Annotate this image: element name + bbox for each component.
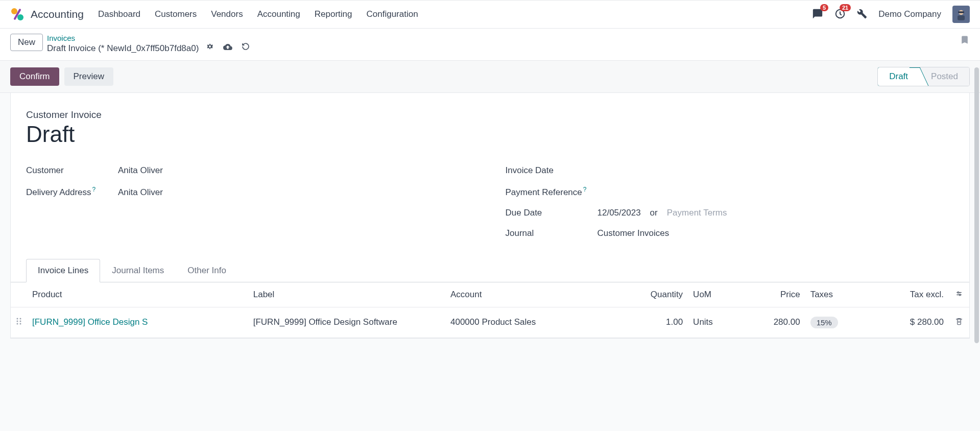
- col-taxes[interactable]: Taxes: [805, 282, 872, 307]
- customer-value[interactable]: Anita Oliver: [118, 165, 163, 176]
- company-name[interactable]: Demo Company: [878, 9, 941, 19]
- user-avatar[interactable]: [952, 6, 970, 23]
- tab-other-info[interactable]: Other Info: [176, 259, 238, 282]
- activities-icon[interactable]: 21: [834, 8, 846, 21]
- nav-customers[interactable]: Customers: [155, 9, 197, 19]
- svg-point-0: [11, 8, 17, 14]
- delivery-value[interactable]: Anita Oliver: [118, 187, 163, 198]
- app-logo[interactable]: [10, 7, 25, 21]
- nav-reporting[interactable]: Reporting: [315, 9, 352, 19]
- scrollbar[interactable]: [974, 67, 979, 343]
- invoice-lines-table: Product Label Account Quantity UoM Price…: [11, 282, 969, 338]
- payment-ref-label: Payment Reference?: [506, 186, 597, 198]
- form-grid: Customer Anita Oliver Delivery Address? …: [26, 160, 954, 244]
- invoice-date-field: Invoice Date: [506, 160, 954, 181]
- tab-invoice-lines[interactable]: Invoice Lines: [26, 259, 100, 282]
- preview-button[interactable]: Preview: [64, 67, 113, 86]
- cell-tax-excl[interactable]: $ 280.00: [872, 307, 949, 338]
- journal-label: Journal: [506, 228, 597, 238]
- delivery-field: Delivery Address? Anita Oliver: [26, 181, 475, 203]
- tab-journal-items[interactable]: Journal Items: [100, 259, 176, 282]
- breadcrumb-current: Draft Invoice (* NewId_0x7ff50b7fd8a0): [47, 43, 199, 54]
- breadcrumb-parent[interactable]: Invoices: [47, 34, 250, 42]
- status-draft[interactable]: Draft: [877, 67, 920, 86]
- new-button[interactable]: New: [10, 34, 43, 51]
- col-handle: [11, 282, 27, 307]
- doc-type-label: Customer Invoice: [26, 109, 954, 121]
- app-name[interactable]: Accounting: [31, 8, 84, 20]
- delete-row-icon[interactable]: [949, 307, 969, 338]
- activities-badge: 21: [840, 4, 851, 11]
- form-right-col: Invoice Date Payment Reference? Due Date…: [506, 160, 954, 244]
- svg-rect-6: [958, 15, 965, 20]
- confirm-button[interactable]: Confirm: [10, 67, 59, 86]
- journal-field: Journal Customer Invoices: [506, 223, 954, 244]
- svg-point-15: [20, 323, 21, 324]
- journal-value[interactable]: Customer Invoices: [597, 228, 670, 238]
- due-date-value[interactable]: 12/05/2023: [597, 208, 641, 218]
- cell-taxes[interactable]: 15%: [805, 307, 872, 338]
- cell-uom[interactable]: Units: [688, 307, 740, 338]
- payment-ref-field: Payment Reference?: [506, 181, 954, 203]
- nav-vendors[interactable]: Vendors: [211, 9, 243, 19]
- cell-account[interactable]: 400000 Product Sales: [445, 307, 613, 338]
- messages-badge: 5: [820, 4, 828, 11]
- status-steps: Draft Posted: [877, 67, 970, 86]
- drag-handle-icon[interactable]: [11, 307, 27, 338]
- form-card: Customer Invoice Draft Customer Anita Ol…: [10, 93, 970, 339]
- cell-price[interactable]: 280.00: [740, 307, 805, 338]
- form-left-col: Customer Anita Oliver Delivery Address? …: [26, 160, 475, 244]
- svg-point-1: [17, 14, 23, 20]
- top-navbar: Accounting Dashboard Customers Vendors A…: [0, 0, 980, 29]
- customer-label: Customer: [26, 165, 118, 176]
- nav-accounting[interactable]: Accounting: [257, 9, 300, 19]
- svg-point-10: [17, 318, 18, 319]
- messages-icon[interactable]: 5: [812, 8, 823, 21]
- nav-dashboard[interactable]: Dashboard: [98, 9, 140, 19]
- gear-icon[interactable]: [206, 42, 214, 54]
- or-text: or: [650, 208, 658, 218]
- help-icon[interactable]: ?: [92, 186, 96, 193]
- due-date-label: Due Date: [506, 208, 597, 218]
- cloud-save-icon[interactable]: [223, 42, 232, 54]
- col-options[interactable]: [949, 282, 969, 307]
- delivery-label: Delivery Address?: [26, 186, 118, 198]
- breadcrumb: Invoices Draft Invoice (* NewId_0x7ff50b…: [47, 34, 250, 54]
- svg-rect-7: [958, 11, 964, 13]
- nav-configuration[interactable]: Configuration: [367, 9, 418, 19]
- svg-point-11: [20, 318, 21, 319]
- topbar-right: 5 21 Demo Company: [812, 6, 970, 23]
- cell-product[interactable]: [FURN_9999] Office Design S: [27, 307, 248, 338]
- col-quantity[interactable]: Quantity: [613, 282, 688, 307]
- col-price[interactable]: Price: [740, 282, 805, 307]
- col-tax-excl[interactable]: Tax excl.: [872, 282, 949, 307]
- svg-point-9: [959, 294, 961, 296]
- discard-icon[interactable]: [242, 42, 250, 54]
- table-header-row: Product Label Account Quantity UoM Price…: [11, 282, 969, 307]
- breadcrumb-current-row: Draft Invoice (* NewId_0x7ff50b7fd8a0): [47, 42, 250, 54]
- nav-links: Dashboard Customers Vendors Accounting R…: [98, 9, 418, 19]
- col-label[interactable]: Label: [248, 282, 445, 307]
- bookmark-icon[interactable]: [960, 34, 970, 47]
- help-icon[interactable]: ?: [583, 186, 587, 193]
- tabs: Invoice Lines Journal Items Other Info: [11, 259, 969, 282]
- svg-point-8: [958, 292, 959, 293]
- svg-point-13: [20, 320, 21, 322]
- svg-point-14: [17, 323, 18, 324]
- svg-point-12: [17, 320, 18, 322]
- invoice-date-label: Invoice Date: [506, 165, 597, 176]
- cell-quantity[interactable]: 1.00: [613, 307, 688, 338]
- tools-icon[interactable]: [857, 9, 867, 20]
- table-row[interactable]: [FURN_9999] Office Design S [FURN_9999] …: [11, 307, 969, 338]
- doc-title: Draft: [26, 122, 954, 147]
- col-uom[interactable]: UoM: [688, 282, 740, 307]
- col-account[interactable]: Account: [445, 282, 613, 307]
- control-row: New Invoices Draft Invoice (* NewId_0x7f…: [0, 29, 980, 61]
- customer-field: Customer Anita Oliver: [26, 160, 475, 181]
- col-product[interactable]: Product: [27, 282, 248, 307]
- cell-label[interactable]: [FURN_9999] Office Design Software: [248, 307, 445, 338]
- payment-terms-value[interactable]: Payment Terms: [667, 208, 727, 218]
- due-date-field: Due Date 12/05/2023 or Payment Terms: [506, 203, 954, 223]
- status-bar: Confirm Preview Draft Posted: [0, 61, 980, 93]
